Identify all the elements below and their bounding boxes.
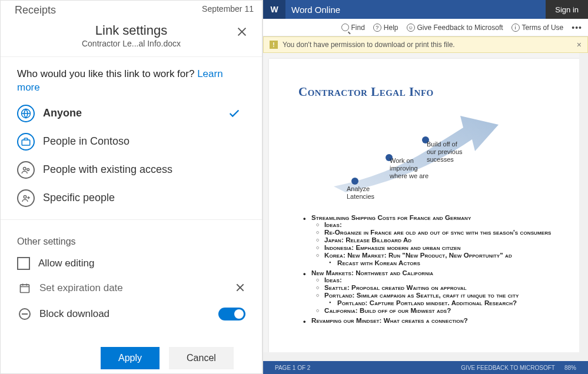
word-header: W Word Online Sign in bbox=[263, 0, 588, 19]
page-indicator[interactable]: PAGE 1 OF 2 bbox=[270, 365, 315, 371]
horizontal-scrollbar[interactable] bbox=[263, 352, 579, 361]
vertical-scrollbar[interactable] bbox=[579, 53, 588, 361]
signin-button[interactable]: Sign in bbox=[546, 0, 588, 19]
link-settings-panel: Receipts September 11 Link settings Cont… bbox=[0, 0, 263, 374]
status-bar: PAGE 1 OF 2 GIVE FEEDBACK TO MICROSOFT 8… bbox=[263, 361, 588, 374]
warning-icon: ! bbox=[270, 41, 278, 49]
check-icon bbox=[228, 107, 241, 120]
svg-rect-1 bbox=[22, 140, 30, 145]
dialog-title: Link settings bbox=[1, 23, 262, 38]
clear-expiration-icon[interactable] bbox=[235, 283, 245, 293]
app-title: Word Online bbox=[285, 5, 340, 15]
smile-icon: ☺ bbox=[407, 24, 415, 32]
bullet: Recast with Korean Actors bbox=[337, 259, 559, 266]
allow-editing-label: Allow editing bbox=[38, 258, 245, 269]
other-settings-title: Other settings bbox=[1, 220, 262, 252]
find-button[interactable]: Find bbox=[341, 24, 365, 32]
permission-notice: ! You don't have permission to download … bbox=[263, 36, 588, 53]
calendar-icon bbox=[17, 280, 32, 296]
expiration-row[interactable]: Set expiration date bbox=[1, 275, 262, 301]
person-plus-icon bbox=[17, 189, 35, 207]
document-page: Contractor Legal Info Analyze Latencies … bbox=[269, 59, 582, 361]
bullet: California: Build off of our Midwest ads… bbox=[324, 307, 559, 315]
svg-point-3 bbox=[27, 168, 29, 171]
allow-editing-row[interactable]: Allow editing bbox=[1, 252, 262, 275]
bullet: Portland: Capture Portland mindset. Addi… bbox=[337, 299, 559, 306]
allow-editing-checkbox[interactable] bbox=[17, 257, 30, 270]
help-icon: ? bbox=[373, 24, 381, 32]
option-existing[interactable]: People with existing access bbox=[17, 156, 245, 184]
document-area[interactable]: Contractor Legal Info Analyze Latencies … bbox=[263, 53, 588, 361]
option-label: Anyone bbox=[43, 107, 228, 119]
block-download-label: Block download bbox=[39, 308, 218, 320]
option-specific[interactable]: Specific people bbox=[17, 184, 245, 212]
document-title: Contractor Legal Info bbox=[298, 85, 559, 99]
svg-point-2 bbox=[24, 167, 26, 170]
svg-rect-5 bbox=[21, 285, 29, 292]
word-online-panel: W Word Online Sign in Find ?Help ☺Give F… bbox=[263, 0, 588, 374]
info-icon: i bbox=[511, 24, 520, 32]
block-icon bbox=[17, 306, 32, 322]
svg-point-4 bbox=[24, 195, 26, 198]
node-dot bbox=[351, 178, 358, 185]
cancel-button[interactable]: Cancel bbox=[169, 347, 234, 369]
close-icon[interactable] bbox=[235, 25, 249, 39]
zoom-level[interactable]: 88% bbox=[560, 365, 581, 371]
option-org[interactable]: People in Contoso bbox=[17, 128, 245, 156]
bullet: Ideas: bbox=[324, 221, 559, 229]
node-2: Work on improving where we are bbox=[390, 157, 431, 181]
more-menu-icon[interactable]: ••• bbox=[572, 23, 582, 32]
bullet: Re-Organize in France are old and out of… bbox=[324, 229, 559, 236]
node-1: Analyze Latencies bbox=[347, 185, 382, 201]
link-settings-dialog: Link settings Contractor Le...al Info.do… bbox=[1, 18, 262, 369]
bullet: Streamlining Shipping Costs for France a… bbox=[311, 213, 559, 267]
option-label: Specific people bbox=[43, 192, 245, 204]
status-feedback[interactable]: GIVE FEEDBACK TO MICROSOFT bbox=[456, 365, 560, 371]
notice-text: You don't have permission to download or… bbox=[283, 41, 455, 49]
background-title: Receipts bbox=[15, 4, 56, 16]
apply-button[interactable]: Apply bbox=[101, 347, 160, 369]
link-options: Anyone People in Contoso People with exi… bbox=[1, 99, 262, 212]
bullet: Indonesia: Emphasize modern and urban ci… bbox=[324, 244, 559, 252]
people-icon bbox=[17, 161, 35, 179]
search-icon bbox=[341, 24, 349, 31]
globe-icon bbox=[17, 105, 35, 122]
node-3: Build off of our previous sucesses bbox=[427, 141, 468, 164]
block-download-toggle[interactable] bbox=[218, 308, 245, 320]
bullet: New Markets: Northwest and California Id… bbox=[311, 269, 559, 315]
bullet: Portland: Similar campaign as Seattle, c… bbox=[324, 292, 559, 307]
toolbar: Find ?Help ☺Give Feedback to Microsoft i… bbox=[263, 19, 588, 36]
expiration-label: Set expiration date bbox=[39, 282, 235, 294]
document-bullets: Streamlining Shipping Costs for France a… bbox=[298, 213, 559, 324]
block-download-row: Block download bbox=[1, 301, 262, 327]
bullet: Seattle: Proposal created Waiting on app… bbox=[324, 284, 559, 292]
bullet: Revamping our Mindset: What creates a co… bbox=[311, 316, 559, 324]
option-label: People with existing access bbox=[43, 163, 245, 176]
dialog-filename: Contractor Le...al Info.docx bbox=[1, 39, 262, 48]
briefcase-icon bbox=[17, 133, 35, 151]
arrow-diagram: Analyze Latencies Work on improving wher… bbox=[298, 110, 559, 210]
link-prompt: Who would you like this link to work for… bbox=[1, 57, 262, 99]
option-label: People in Contoso bbox=[43, 135, 245, 148]
help-button[interactable]: ?Help bbox=[373, 24, 398, 32]
bullet: Korea: New Market: Run "New Product, New… bbox=[324, 252, 559, 267]
close-notice-icon[interactable]: × bbox=[577, 40, 582, 49]
feedback-button[interactable]: ☺Give Feedback to Microsoft bbox=[407, 24, 503, 32]
bullet: Ideas: bbox=[324, 276, 559, 284]
terms-button[interactable]: iTerms of Use bbox=[511, 24, 564, 32]
option-anyone[interactable]: Anyone bbox=[17, 99, 245, 128]
bullet: Japan: Release Billboard Ad bbox=[324, 236, 559, 244]
background-date: September 11 bbox=[202, 4, 254, 14]
word-logo-icon[interactable]: W bbox=[263, 0, 285, 19]
